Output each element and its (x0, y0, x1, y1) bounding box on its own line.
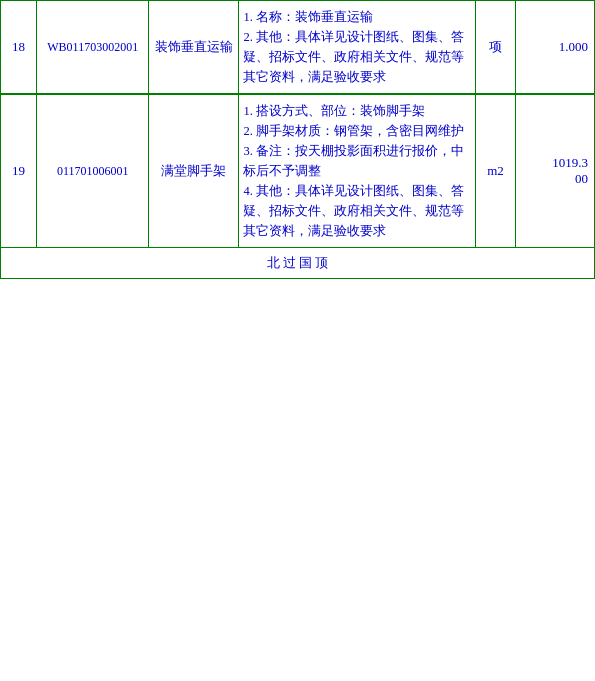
row-code: 011701006001 (37, 94, 149, 248)
row-qty: 1019.300 (516, 94, 595, 248)
table-row: 18 WB011703002001 装饰垂直运输 1. 名称：装饰垂直运输2. … (1, 1, 595, 95)
bottom-label: 北 过 国 顶 (1, 248, 595, 279)
bottom-row: 北 过 国 顶 (1, 248, 595, 279)
row-description: 1. 搭设方式、部位：装饰脚手架2. 脚手架材质：钢管架，含密目网维护3. 备注… (239, 94, 475, 248)
table-row: 19 011701006001 满堂脚手架 1. 搭设方式、部位：装饰脚手架2.… (1, 94, 595, 248)
row-description: 1. 名称：装饰垂直运输2. 其他：具体详见设计图纸、图集、答疑、招标文件、政府… (239, 1, 475, 95)
row-number: 18 (1, 1, 37, 95)
main-table: 18 WB011703002001 装饰垂直运输 1. 名称：装饰垂直运输2. … (0, 0, 595, 279)
row-unit: 项 (475, 1, 516, 95)
row-name: 装饰垂直运输 (149, 1, 239, 95)
row-number: 19 (1, 94, 37, 248)
row-qty: 1.000 (516, 1, 595, 95)
row-unit: m2 (475, 94, 516, 248)
row-name: 满堂脚手架 (149, 94, 239, 248)
row-code: WB011703002001 (37, 1, 149, 95)
